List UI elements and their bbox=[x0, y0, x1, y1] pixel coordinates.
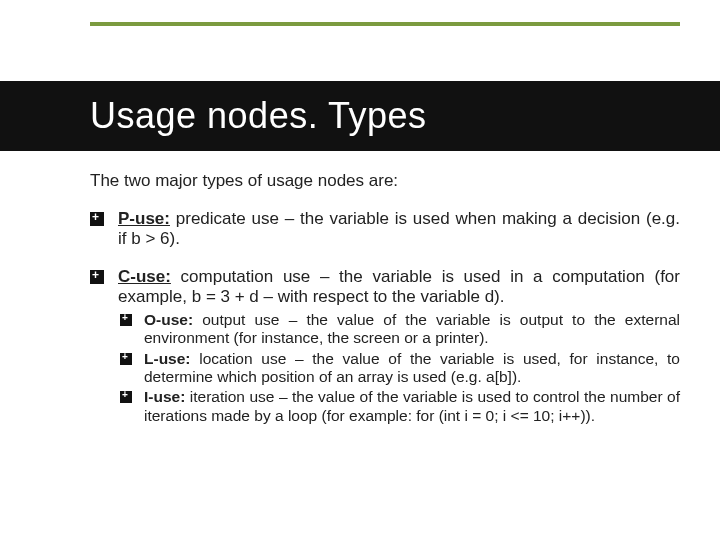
title-bar: Usage nodes. Types bbox=[0, 81, 720, 151]
list-item: L-use: location use – the value of the v… bbox=[118, 350, 680, 387]
list-item: C-use: computation use – the variable is… bbox=[90, 267, 680, 425]
item-text: predicate use – the variable is used whe… bbox=[118, 209, 680, 248]
item-text: output use – the value of the variable i… bbox=[144, 311, 680, 346]
term-c-use: C-use: bbox=[118, 267, 171, 286]
term-i-use: I-use: bbox=[144, 388, 185, 405]
term-o-use: O-use: bbox=[144, 311, 193, 328]
term-p-use: P-use: bbox=[118, 209, 170, 228]
item-text: location use – the value of the variable… bbox=[144, 350, 680, 385]
item-text: iteration use – the value of the variabl… bbox=[144, 388, 680, 423]
item-text: computation use – the variable is used i… bbox=[118, 267, 680, 306]
content-area: The two major types of usage nodes are: … bbox=[0, 151, 720, 425]
main-list: P-use: predicate use – the variable is u… bbox=[90, 209, 680, 425]
slide-title: Usage nodes. Types bbox=[90, 95, 720, 137]
intro-text: The two major types of usage nodes are: bbox=[90, 171, 680, 191]
list-item: I-use: iteration use – the value of the … bbox=[118, 388, 680, 425]
top-rule bbox=[90, 22, 680, 26]
term-l-use: L-use: bbox=[144, 350, 191, 367]
sub-list: O-use: output use – the value of the var… bbox=[118, 311, 680, 425]
list-item: P-use: predicate use – the variable is u… bbox=[90, 209, 680, 249]
list-item: O-use: output use – the value of the var… bbox=[118, 311, 680, 348]
